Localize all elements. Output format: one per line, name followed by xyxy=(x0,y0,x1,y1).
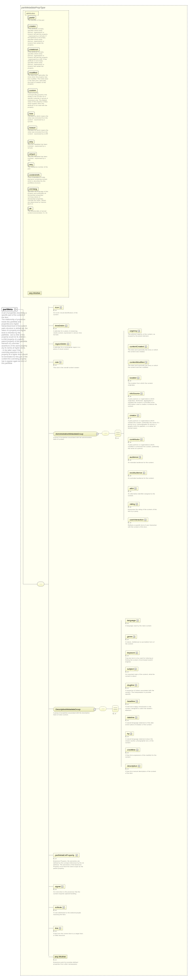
expand-icon[interactable]: + xyxy=(139,456,141,458)
elem-audience[interactable]: audience+ xyxy=(128,455,143,459)
attr-how: how xyxy=(28,111,35,116)
elem-rating[interactable]: rating+ xyxy=(128,502,140,506)
occ: 0..∞ xyxy=(53,930,57,932)
expand-icon[interactable]: + xyxy=(135,716,137,719)
attr-contentrefs: contentrefs xyxy=(28,173,41,177)
elem-infoSource[interactable]: infoSource+ xyxy=(128,391,144,396)
elem-edNote[interactable]: edNote+ xyxy=(53,905,67,910)
elem-slugline[interactable]: slugline+ xyxy=(125,683,139,687)
expand-icon[interactable]: + xyxy=(60,307,62,309)
expand-icon[interactable]: + xyxy=(136,619,139,622)
attr-seq: seq xyxy=(28,162,34,166)
expand-icon[interactable]: + xyxy=(145,345,147,348)
elem-role[interactable]: role+ xyxy=(53,360,63,364)
expand-icon[interactable]: + xyxy=(76,854,78,856)
elem-exclAudience[interactable]: exclAudience+ xyxy=(128,471,147,475)
expand-icon[interactable]: + xyxy=(59,361,61,363)
admin-group[interactable]: AdministrativeMetadataGroup − xyxy=(53,431,97,436)
expand-icon[interactable]: + xyxy=(134,668,136,670)
attr-desc: The date (and, optionally, the time) whe… xyxy=(28,74,48,85)
attr-dir: dir xyxy=(28,207,33,210)
desc: A natural-language statement about the c… xyxy=(125,738,156,744)
expand-icon[interactable]: + xyxy=(135,684,137,686)
expand-icon[interactable]: + xyxy=(59,927,61,929)
expand-icon[interactable]: + xyxy=(141,439,142,441)
any-other-node: any ##other xyxy=(53,955,67,959)
occ: 0..∞ xyxy=(125,622,129,624)
occ: 0..∞ xyxy=(125,703,129,705)
attr-xml:lang: xml:lang xyxy=(28,187,38,191)
desc: A sequence of tokens associated with the… xyxy=(125,690,156,695)
expand-icon[interactable]: + xyxy=(141,393,142,395)
elem-subject[interactable]: subject+ xyxy=(125,667,138,671)
expand-icon[interactable]: + xyxy=(65,325,67,327)
expand-icon[interactable]: + xyxy=(143,472,145,474)
desc: The date (and optionally the time) on wh… xyxy=(128,349,159,353)
elem-contentModified[interactable]: contentModified+ xyxy=(128,360,149,364)
elem-dateline[interactable]: dateline+ xyxy=(125,715,139,720)
elem-keyword[interactable]: keyword+ xyxy=(125,651,140,655)
expand-icon[interactable]: + xyxy=(63,907,65,908)
c xyxy=(48,886,53,887)
expand-icon[interactable]: + xyxy=(136,652,138,654)
elem-language[interactable]: language+ xyxy=(125,618,141,623)
elem-icon[interactable]: icon+ xyxy=(53,305,64,310)
expand-icon[interactable]: + xyxy=(144,519,147,521)
elem-urgency[interactable]: urgency+ xyxy=(128,329,142,333)
any-attr-node: any ##other xyxy=(28,291,42,295)
occ: 0..∞ xyxy=(125,736,129,737)
expand-icon[interactable]: + xyxy=(137,415,139,417)
elem-timeDelim[interactable]: timeDelim+ xyxy=(53,323,69,328)
desc-group[interactable]: DescriptiveMetadataGroup − xyxy=(53,707,95,712)
attr-desc: A list of identifiers of XML elements co… xyxy=(28,177,48,184)
elem-contentCreated[interactable]: contentCreated+ xyxy=(128,344,149,349)
attr-desc: If set to true the corresponding propert… xyxy=(28,92,48,108)
expand-icon[interactable]: + xyxy=(138,765,140,767)
expand-icon[interactable]: + xyxy=(137,377,139,379)
type-label: partMetadataPropType xyxy=(21,6,45,9)
expand-icon[interactable]: + xyxy=(133,636,135,638)
ext-prop-node[interactable]: partMetaExtProperty + xyxy=(53,853,80,858)
occ: 0..∞ xyxy=(128,380,131,382)
occ: 0..∞ xyxy=(53,888,57,890)
expand-icon[interactable]: + xyxy=(145,361,147,363)
expand-icon[interactable]: + xyxy=(136,700,138,702)
any-other-occ: 0..∞ xyxy=(53,959,57,961)
connector xyxy=(23,584,37,584)
expand-icon[interactable]: + xyxy=(138,330,140,332)
diagram-canvas: partMetadataPropType partMeta − A set of… xyxy=(0,0,190,980)
c xyxy=(45,584,48,584)
elem-link[interactable]: link+ xyxy=(53,926,63,931)
elem-by[interactable]: by+ xyxy=(125,732,134,736)
desc: A free-form textual description of the c… xyxy=(125,770,156,774)
attr-desc: The identifier of the part xyxy=(28,19,48,21)
expand-icon[interactable]: + xyxy=(134,487,136,490)
any-other-desc: Extension point for provider-defined pro… xyxy=(53,961,85,965)
expand-icon[interactable]: + xyxy=(136,503,138,505)
occ: 0..∞ xyxy=(53,909,57,911)
elem-altId[interactable]: altId+ xyxy=(128,486,138,491)
attr-modified: modified xyxy=(28,71,38,75)
attr-creatoruri: creatoruri xyxy=(28,48,40,51)
desc: Expresses the rating of the content of t… xyxy=(128,509,159,512)
expand-icon[interactable]: + xyxy=(136,749,138,751)
expand-icon[interactable]: + xyxy=(67,343,69,345)
desc: A language used by the news content xyxy=(125,625,156,627)
occ: 0..∞ xyxy=(128,441,131,443)
elem-signal[interactable]: signal+ xyxy=(53,884,65,889)
expand-icon[interactable]: + xyxy=(130,733,132,735)
elem-creditline[interactable]: creditline+ xyxy=(125,748,140,752)
elem-located[interactable]: located+ xyxy=(128,375,141,380)
elem-genre[interactable]: genre+ xyxy=(125,635,137,639)
elem-description[interactable]: description+ xyxy=(125,764,142,768)
elem-contributor[interactable]: contributor+ xyxy=(128,437,144,442)
elem-headline[interactable]: headline+ xyxy=(125,699,140,703)
expand-icon[interactable]: + xyxy=(61,886,64,888)
elem-regionDelim[interactable]: regionDelim+ xyxy=(53,342,71,346)
desc: An instruction to the processor that the… xyxy=(53,891,85,895)
attr-desc: The directionality of textual content (e… xyxy=(28,210,48,214)
occ: 0..∞ xyxy=(128,522,131,523)
elem-creator[interactable]: creator+ xyxy=(128,413,141,418)
elem-userInteraction[interactable]: userInteraction+ xyxy=(128,517,148,522)
desc: A free-form expression of the credit(s) … xyxy=(125,754,156,758)
